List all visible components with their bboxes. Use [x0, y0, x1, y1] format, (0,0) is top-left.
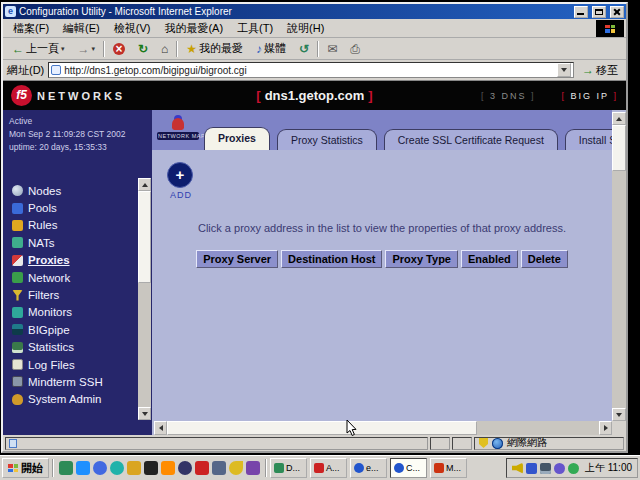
col-proxy-server[interactable]: Proxy Server [196, 250, 278, 268]
sidebar-item-pools[interactable]: Pools [12, 199, 134, 216]
sidebar-item-system-admin[interactable]: System Admin [12, 391, 134, 408]
quick-launch-icon[interactable] [110, 461, 124, 475]
system-status: Active Mon Sep 2 11:09:28 CST 2002 uptim… [3, 110, 152, 155]
sidebar-item-log-files[interactable]: Log Files [12, 356, 134, 373]
sidebar-item-nodes[interactable]: Nodes [12, 182, 134, 199]
start-button[interactable]: 開始 [2, 458, 49, 478]
sidebar-item-filters[interactable]: Filters [12, 286, 134, 303]
sidebar-nav: Nodes Pools Rules NATs Proxies Network [12, 182, 134, 408]
restore-button[interactable] [592, 6, 606, 18]
quick-launch-icon[interactable] [59, 461, 73, 475]
f5-banner: f5 NETWORKS [dns1.getop.com] [ 3 DNS ] [… [3, 81, 626, 110]
stop-button[interactable]: × [108, 41, 130, 57]
scrollbar-thumb[interactable] [612, 125, 626, 171]
task-button-3[interactable]: e... [350, 458, 387, 478]
menu-view[interactable]: 檢視(V) [108, 20, 157, 37]
forward-button[interactable]: → ▾ [73, 41, 101, 57]
title-bar[interactable]: e Configuration Utility - Microsoft Inte… [3, 4, 626, 19]
tab-create-ssl-certificate-request[interactable]: Create SSL Certificate Request [384, 129, 558, 150]
task-button-5[interactable]: M... [430, 458, 467, 478]
sidebar-item-nats[interactable]: NATs [12, 234, 134, 251]
scroll-up-icon[interactable] [138, 178, 151, 191]
menu-file[interactable]: 檔案(F) [7, 20, 55, 37]
quick-launch-icon[interactable] [127, 461, 141, 475]
col-delete[interactable]: Delete [521, 250, 568, 268]
sidebar-item-mindterm-ssh[interactable]: Mindterm SSH [12, 373, 134, 390]
menu-tools[interactable]: 工具(T) [231, 20, 279, 37]
network-tray-icon[interactable] [554, 463, 565, 474]
history-button[interactable]: ↺ [294, 41, 314, 57]
quick-launch-icon[interactable] [195, 461, 209, 475]
mouse-cursor [346, 420, 357, 437]
go-button[interactable]: → 移至 [578, 62, 622, 79]
internet-globe-icon [492, 438, 503, 449]
add-button[interactable]: + [167, 162, 193, 188]
security-zone-panel: 網際網路 [474, 437, 624, 450]
refresh-button[interactable]: ↻ [133, 41, 153, 57]
quick-launch-icon[interactable] [76, 461, 90, 475]
media-button[interactable]: ♪ 媒體 [251, 39, 291, 58]
address-input[interactable] [64, 65, 554, 76]
taskbar-clock[interactable]: 上午 11:00 [585, 461, 632, 475]
scrollbar-thumb[interactable] [138, 191, 151, 283]
address-input-box[interactable] [48, 62, 574, 78]
sidebar-item-monitors[interactable]: Monitors [12, 304, 134, 321]
scroll-down-icon[interactable] [612, 408, 626, 421]
mail-button[interactable]: ✉ [322, 41, 342, 57]
col-enabled[interactable]: Enabled [461, 250, 518, 268]
col-proxy-type[interactable]: Proxy Type [385, 250, 458, 268]
antivirus-icon[interactable] [568, 463, 579, 474]
network-map-button[interactable]: NETWORK MAP [157, 113, 199, 140]
task-button-1[interactable]: D... [270, 458, 307, 478]
nodes-icon [12, 185, 23, 196]
task-button-2[interactable]: A... [310, 458, 347, 478]
link-3dns[interactable]: [ 3 DNS ] [481, 91, 536, 101]
status-active: Active [9, 115, 148, 128]
print-button[interactable]: ⎙ [345, 41, 365, 57]
menu-edit[interactable]: 編輯(E) [57, 20, 106, 37]
scroll-down-icon[interactable] [138, 407, 151, 420]
quick-launch-icon[interactable] [246, 461, 260, 475]
quick-launch-icon[interactable] [229, 461, 243, 475]
sidebar-item-label: NATs [28, 237, 55, 249]
status-uptime: uptime: 20 days, 15:35:33 [9, 141, 148, 154]
scroll-up-icon[interactable] [612, 112, 626, 125]
quick-launch-icon[interactable] [161, 461, 175, 475]
close-button[interactable] [610, 6, 624, 18]
sidebar-item-network[interactable]: Network [12, 269, 134, 286]
link-bigip[interactable]: [ BIG IP ] [562, 91, 618, 101]
volume-icon[interactable] [512, 463, 523, 474]
tab-proxy-statistics[interactable]: Proxy Statistics [277, 129, 377, 150]
content-horizontal-scrollbar[interactable] [154, 421, 612, 435]
quick-launch-icon[interactable] [212, 461, 226, 475]
address-dropdown-button[interactable] [557, 63, 571, 77]
pools-icon [12, 203, 23, 214]
sidebar-item-rules[interactable]: Rules [12, 217, 134, 234]
col-destination-host[interactable]: Destination Host [281, 250, 382, 268]
minimize-button[interactable] [574, 6, 588, 18]
quick-launch-icon[interactable] [144, 461, 158, 475]
favorites-button[interactable]: ★ 我的最愛 [181, 39, 248, 58]
tab-proxies[interactable]: Proxies [204, 127, 270, 150]
home-button[interactable]: ⌂ [156, 41, 173, 57]
sidebar-scrollbar[interactable] [138, 178, 151, 420]
stop-icon: × [113, 43, 125, 55]
menu-favorites[interactable]: 我的最愛(A) [158, 20, 229, 37]
quick-launch-icon[interactable] [178, 461, 192, 475]
scrollbar-thumb[interactable] [167, 421, 477, 435]
menu-help[interactable]: 說明(H) [281, 20, 330, 37]
task-button-configuration-utility[interactable]: C... [390, 458, 427, 478]
messenger-icon[interactable] [526, 463, 537, 474]
scroll-left-icon[interactable] [154, 421, 167, 435]
quick-launch-icon[interactable] [93, 461, 107, 475]
content-vertical-scrollbar[interactable] [612, 112, 626, 421]
sidebar-item-label: Statistics [28, 341, 74, 353]
tab-install-ssl-certificate[interactable]: Install SSL Certif [565, 129, 612, 150]
sidebar-item-proxies[interactable]: Proxies [12, 252, 134, 269]
scroll-right-icon[interactable] [599, 421, 612, 435]
display-icon[interactable] [540, 463, 551, 474]
back-button[interactable]: ← 上一頁 ▾ [7, 39, 70, 58]
sidebar-item-bigpipe[interactable]: BIGpipe [12, 321, 134, 338]
forward-icon: → [78, 43, 90, 55]
sidebar-item-statistics[interactable]: Statistics [12, 339, 134, 356]
